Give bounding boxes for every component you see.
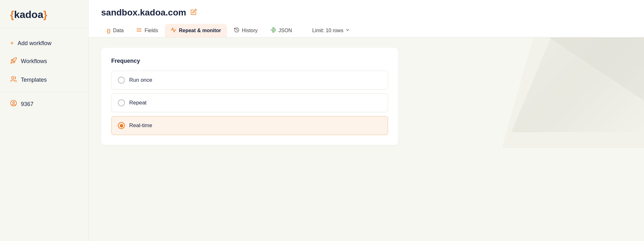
- tab-data-label: Data: [113, 28, 124, 33]
- option-run-once[interactable]: Run once: [111, 71, 388, 90]
- logo-close-brace: }: [43, 9, 47, 20]
- limit-selector[interactable]: Limit: 10 rows: [307, 25, 355, 37]
- sidebar-item-add-workflow[interactable]: + Add workflow: [0, 35, 88, 52]
- tab-data[interactable]: {} Data: [101, 25, 129, 37]
- logo-open-brace: {: [10, 9, 14, 20]
- main-content: sandbox.kadoa.com {} Data: [88, 0, 644, 241]
- user-avatar-icon: [10, 100, 17, 109]
- rocket-icon: [10, 57, 17, 66]
- workflows-label: Workflows: [21, 58, 47, 65]
- chevron-down-icon: [345, 28, 350, 33]
- radio-run-once: [118, 77, 125, 84]
- plus-icon: +: [10, 40, 14, 47]
- data-tab-icon: {}: [107, 28, 111, 33]
- fields-tab-icon: [136, 27, 142, 34]
- logo-brand-text: kadoa: [14, 9, 43, 20]
- tab-repeat-monitor[interactable]: Repeat & monitor: [165, 24, 227, 37]
- sidebar: {kadoa} + Add workflow Workflows: [0, 0, 88, 241]
- logo: {kadoa}: [10, 9, 47, 20]
- tabs-bar: {} Data Fields: [101, 24, 631, 37]
- sidebar-item-workflows[interactable]: Workflows: [0, 52, 88, 71]
- sidebar-item-templates[interactable]: Templates: [0, 71, 88, 89]
- page-title: sandbox.kadoa.com: [101, 8, 186, 18]
- svg-marker-7: [549, 38, 644, 101]
- tab-fields-label: Fields: [144, 28, 158, 33]
- option-run-once-label: Run once: [129, 77, 152, 83]
- templates-label: Templates: [21, 77, 47, 83]
- svg-point-0: [12, 77, 14, 79]
- option-repeat[interactable]: Repeat: [111, 93, 388, 112]
- option-real-time[interactable]: Real-time: [111, 116, 388, 135]
- tab-fields[interactable]: Fields: [131, 24, 164, 37]
- content-area: Frequency Run once Repeat Real-time: [88, 38, 644, 241]
- option-repeat-label: Repeat: [129, 100, 147, 106]
- history-tab-icon: [234, 27, 240, 34]
- radio-repeat: [118, 99, 125, 106]
- option-real-time-label: Real-time: [129, 122, 152, 129]
- sidebar-nav: + Add workflow Workflows: [0, 28, 88, 120]
- add-workflow-label: Add workflow: [18, 40, 52, 47]
- templates-icon: [10, 76, 17, 84]
- frequency-card: Frequency Run once Repeat Real-time: [101, 48, 398, 145]
- limit-label: Limit: 10 rows: [312, 28, 343, 33]
- tab-repeat-monitor-label: Repeat & monitor: [179, 28, 221, 33]
- svg-marker-6: [502, 38, 644, 148]
- user-id-label: 9367: [21, 101, 33, 108]
- tab-json-label: JSON: [278, 28, 292, 33]
- frequency-heading: Frequency: [111, 58, 388, 64]
- tab-history[interactable]: History: [228, 24, 264, 37]
- svg-point-2: [13, 102, 15, 103]
- background-decoration: [486, 38, 644, 148]
- repeat-monitor-tab-icon: [171, 27, 176, 34]
- json-tab-icon: [270, 27, 276, 34]
- header-title-row: sandbox.kadoa.com: [101, 8, 631, 18]
- logo-area: {kadoa}: [0, 0, 88, 28]
- edit-icon[interactable]: [191, 9, 197, 17]
- sidebar-item-user[interactable]: 9367: [0, 95, 88, 114]
- sidebar-divider: [0, 92, 88, 92]
- page-header: sandbox.kadoa.com {} Data: [88, 0, 644, 38]
- tab-json[interactable]: JSON: [264, 24, 298, 37]
- tab-history-label: History: [242, 28, 258, 33]
- radio-real-time: [118, 122, 125, 129]
